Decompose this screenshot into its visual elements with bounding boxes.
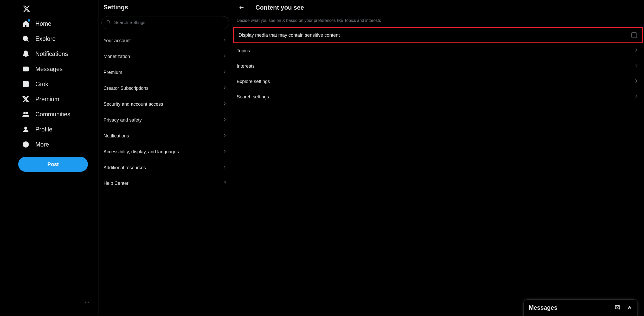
settings-item-label: Premium [104, 70, 122, 75]
detail-header: Content you see [232, 0, 644, 15]
settings-item-label: Help Center [104, 181, 128, 186]
back-button[interactable] [237, 3, 247, 12]
nav-grok[interactable]: Grok [18, 77, 52, 92]
chevron-right-icon [222, 101, 227, 108]
chevron-right-icon [634, 94, 639, 100]
x-logo[interactable] [20, 3, 33, 15]
svg-point-10 [25, 144, 26, 145]
svg-point-11 [27, 144, 27, 145]
detail-item-topics[interactable]: Topics [232, 43, 644, 59]
detail-item-label: Explore settings [237, 79, 270, 84]
settings-item-label: Your account [104, 38, 131, 43]
nav-explore[interactable]: Explore [18, 31, 59, 46]
chevron-right-icon [634, 78, 639, 85]
nav-label: Notifications [35, 51, 68, 57]
detail-description: Decide what you see on X based on your p… [232, 15, 644, 27]
account-switcher[interactable]: ··· [82, 297, 92, 307]
chevron-right-icon [222, 85, 227, 92]
chevron-right-icon [222, 53, 227, 60]
nav-label: More [35, 142, 49, 148]
mail-icon [22, 65, 30, 73]
settings-item-label: Privacy and safety [104, 117, 142, 123]
chevron-right-icon [222, 133, 227, 139]
detail-item-label: Search settings [237, 94, 269, 100]
sensitive-media-label: Display media that may contain sensitive… [239, 33, 340, 38]
nav-label: Messages [35, 66, 63, 72]
nav-more[interactable]: More [18, 137, 53, 152]
nav-messages[interactable]: Messages [18, 61, 66, 77]
detail-column: Content you see Decide what you see on X… [232, 0, 644, 316]
svg-point-12 [107, 20, 110, 23]
settings-item-label: Accessibility, display, and languages [104, 149, 179, 155]
nav-label: Home [35, 21, 51, 27]
settings-item-monetization[interactable]: Monetization [99, 49, 232, 65]
settings-item-privacy[interactable]: Privacy and safety [99, 112, 232, 128]
bell-icon [22, 50, 30, 58]
external-link-icon [222, 180, 227, 186]
sensitive-media-toggle-row[interactable]: Display media that may contain sensitive… [233, 27, 643, 43]
settings-item-label: Monetization [104, 54, 130, 59]
settings-item-label: Notifications [104, 133, 129, 139]
expand-dock-icon[interactable] [627, 304, 632, 311]
settings-item-security[interactable]: Security and account access [99, 96, 232, 112]
detail-item-search-settings[interactable]: Search settings [232, 89, 644, 105]
primary-nav: Home Explore Notifications Messages Grok [0, 0, 99, 316]
detail-item-interests[interactable]: Interests [232, 59, 644, 74]
settings-item-accessibility[interactable]: Accessibility, display, and languages [99, 144, 232, 160]
chevron-right-icon [222, 37, 227, 44]
grok-icon [22, 80, 30, 88]
more-icon [22, 141, 30, 148]
profile-icon [22, 125, 30, 133]
detail-item-explore-settings[interactable]: Explore settings [232, 74, 644, 89]
settings-item-your-account[interactable]: Your account [99, 33, 232, 49]
detail-item-label: Topics [237, 48, 250, 54]
home-icon [22, 20, 30, 28]
messages-dock-title: Messages [529, 304, 557, 311]
x-icon [22, 95, 30, 103]
settings-column: Settings Your account Monetization Premi… [99, 0, 232, 316]
settings-search [101, 16, 229, 29]
svg-point-6 [26, 112, 28, 114]
svg-point-0 [23, 36, 28, 41]
detail-item-label: Interests [237, 64, 255, 69]
svg-point-5 [24, 112, 25, 114]
nav-profile[interactable]: Profile [18, 122, 56, 137]
nav-label: Grok [35, 81, 48, 87]
post-button[interactable]: Post [18, 157, 88, 172]
nav-premium[interactable]: Premium [18, 92, 63, 107]
settings-search-input[interactable] [101, 16, 229, 29]
new-message-icon[interactable] [615, 304, 620, 311]
chevron-right-icon [222, 165, 227, 171]
svg-line-1 [27, 40, 29, 42]
svg-point-7 [24, 127, 27, 129]
nav-label: Premium [35, 96, 59, 102]
nav-label: Communities [35, 111, 70, 117]
svg-line-13 [109, 23, 110, 24]
settings-item-label: Security and account access [104, 102, 163, 107]
nav-home[interactable]: Home [18, 16, 55, 31]
chevron-right-icon [222, 117, 227, 123]
nav-communities[interactable]: Communities [18, 107, 74, 122]
nav-label: Profile [35, 127, 52, 132]
nav-label: Explore [35, 36, 56, 42]
settings-item-help-center[interactable]: Help Center [99, 176, 232, 191]
communities-icon [22, 110, 30, 118]
search-icon [106, 20, 111, 26]
sensitive-media-checkbox[interactable] [631, 32, 637, 38]
chevron-right-icon [222, 149, 227, 155]
settings-item-notifications[interactable]: Notifications [99, 128, 232, 144]
chevron-right-icon [634, 63, 639, 69]
nav-notifications[interactable]: Notifications [18, 46, 72, 61]
settings-item-creator-subscriptions[interactable]: Creator Subscriptions [99, 80, 232, 96]
unread-dot [28, 19, 30, 22]
messages-dock[interactable]: Messages [523, 299, 638, 316]
detail-title: Content you see [255, 4, 304, 11]
settings-item-premium[interactable]: Premium [99, 65, 232, 80]
settings-item-label: Creator Subscriptions [104, 86, 149, 91]
chevron-right-icon [222, 69, 227, 76]
svg-point-9 [24, 144, 25, 145]
search-icon [22, 35, 30, 43]
settings-item-label: Additional resources [104, 165, 146, 170]
chevron-right-icon [634, 48, 639, 54]
settings-item-additional[interactable]: Additional resources [99, 160, 232, 176]
